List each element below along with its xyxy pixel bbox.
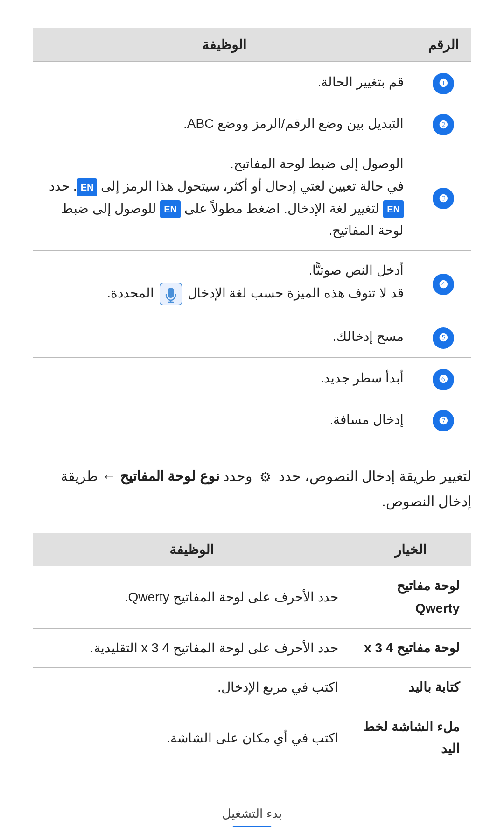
en-badge-inline: EN [77,178,98,196]
option1-name: لوحة مفاتيحQwerty [350,566,471,628]
row1-num: ❶ [415,62,471,103]
microphone-icon [160,283,182,305]
row5-func: مسح إدخالك. [33,316,415,358]
option4-func: اكتب في أي مكان على الشاشة. [33,707,350,769]
table-row: ❹ أدخل النص صوتيًّا. قد لا تتوف هذه المي… [33,250,471,316]
badge-4: ❹ [433,274,454,295]
option2-name: لوحة مفاتيح 4 x 3 [350,628,471,668]
option4-name: ملء الشاشة لخط اليد [350,707,471,769]
first-table-col2-header: الوظيفة [33,28,415,62]
option-row: كتابة باليد اكتب في مربع الإدخال. [33,668,471,707]
row2-func: التبديل بين وضع الرقم/الرمز ووضع ABC. [33,103,415,144]
second-table-col1-header: الخيار [350,533,471,566]
second-table: الخيار الوظيفة لوحة مفاتيحQwerty حدد الأ… [33,533,471,769]
row4-func: أدخل النص صوتيًّا. قد لا تتوف هذه الميزة… [33,250,415,316]
option-row: لوحة مفاتيحQwerty حدد الأحرف على لوحة ال… [33,566,471,628]
row3-func: الوصول إلى ضبط لوحة المفاتيح. في حالة تع… [33,144,415,250]
badge-7: ❼ [433,410,454,431]
row2-num: ❷ [415,103,471,144]
row7-func: إدخال مسافة. [33,399,415,440]
row6-num: ❻ [415,358,471,399]
row3-num: ❸ [415,144,471,250]
option3-func: اكتب في مربع الإدخال. [33,668,350,707]
en-badge-inline2: EN [383,200,404,218]
row1-func: قم بتغيير الحالة. [33,62,415,103]
row6-func: أبدأ سطر جديد. [33,358,415,399]
first-table: الرقم الوظيفة ❶ قم بتغيير الحالة. ❷ ا [33,28,471,440]
table-row: ❻ أبدأ سطر جديد. [33,358,471,399]
option2-func: حدد الأحرف على لوحة المفاتيح 4 x 3 التقل… [33,628,350,668]
row7-num: ❼ [415,399,471,440]
badge-3: ❸ [433,188,454,209]
second-table-col2-header: الوظيفة [33,533,350,566]
page-footer: بدء التشغيل ٣٥ [33,806,471,827]
row4-num: ❹ [415,250,471,316]
option-row: ملء الشاشة لخط اليد اكتب في أي مكان على … [33,707,471,769]
first-table-col1-header: الرقم [415,28,471,62]
badge-6: ❻ [433,369,454,390]
page-title: بدء التشغيل [33,806,471,821]
table-row: ❷ التبديل بين وضع الرقم/الرمز ووضع ABC. [33,103,471,144]
page-wrapper: الرقم الوظيفة ❶ قم بتغيير الحالة. ❷ ا [0,0,504,827]
table-row: ❺ مسح إدخالك. [33,316,471,358]
badge-2: ❷ [433,114,454,135]
between-paragraph: لتغيير طريقة إدخال النصوص، حدد ⚙ وحدد نو… [33,464,471,514]
badge-1: ❶ [433,73,454,94]
option-row: لوحة مفاتيح 4 x 3 حدد الأحرف على لوحة ال… [33,628,471,668]
option3-name: كتابة باليد [350,668,471,707]
gear-icon: ⚙ [256,468,274,487]
en-badge-inline3: EN [160,200,181,218]
table-row: ❶ قم بتغيير الحالة. [33,62,471,103]
table-row: ❸ الوصول إلى ضبط لوحة المفاتيح. في حالة … [33,144,471,250]
table-row: ❼ إدخال مسافة. [33,399,471,440]
row5-num: ❺ [415,316,471,358]
option1-func: حدد الأحرف على لوحة المفاتيح Qwerty. [33,566,350,628]
badge-5: ❺ [433,327,454,349]
